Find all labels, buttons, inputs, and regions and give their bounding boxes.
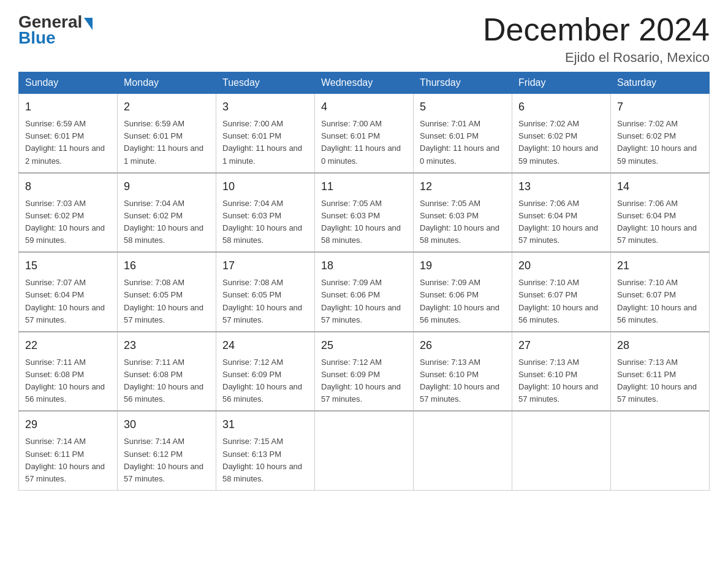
day-number: 11	[321, 178, 407, 195]
day-info: Sunrise: 7:06 AMSunset: 6:04 PMDaylight:…	[518, 199, 598, 245]
calendar-cell: 24 Sunrise: 7:12 AMSunset: 6:09 PMDaylig…	[216, 332, 315, 412]
calendar-cell: 7 Sunrise: 7:02 AMSunset: 6:02 PMDayligh…	[611, 94, 710, 173]
day-number: 6	[518, 99, 604, 115]
day-info: Sunrise: 7:11 AMSunset: 6:08 PMDaylight:…	[124, 358, 203, 404]
week-row-2: 8 Sunrise: 7:03 AMSunset: 6:02 PMDayligh…	[19, 173, 710, 253]
location-title: Ejido el Rosario, Mexico	[483, 50, 710, 66]
day-info: Sunrise: 7:02 AMSunset: 6:02 PMDaylight:…	[518, 119, 598, 165]
logo-blue-word: Blue	[18, 28, 56, 48]
calendar-cell: 18 Sunrise: 7:09 AMSunset: 6:06 PMDaylig…	[315, 252, 414, 332]
calendar-cell: 11 Sunrise: 7:05 AMSunset: 6:03 PMDaylig…	[315, 173, 414, 253]
day-number: 13	[518, 178, 604, 195]
day-number: 16	[124, 258, 210, 274]
day-info: Sunrise: 7:09 AMSunset: 6:06 PMDaylight:…	[321, 278, 401, 324]
col-header-friday: Friday	[512, 72, 611, 94]
calendar-cell: 19 Sunrise: 7:09 AMSunset: 6:06 PMDaylig…	[414, 252, 512, 332]
day-info: Sunrise: 7:05 AMSunset: 6:03 PMDaylight:…	[420, 199, 499, 245]
week-row-1: 1 Sunrise: 6:59 AMSunset: 6:01 PMDayligh…	[19, 94, 710, 173]
logo-container: General Blue	[18, 12, 93, 48]
day-number: 26	[420, 337, 506, 354]
day-info: Sunrise: 6:59 AMSunset: 6:01 PMDaylight:…	[25, 119, 105, 165]
logo-line2: Blue	[18, 28, 56, 48]
day-number: 30	[124, 416, 210, 433]
day-info: Sunrise: 7:03 AMSunset: 6:02 PMDaylight:…	[25, 199, 105, 245]
week-row-5: 29 Sunrise: 7:14 AMSunset: 6:11 PMDaylig…	[19, 411, 710, 490]
calendar-cell: 27 Sunrise: 7:13 AMSunset: 6:10 PMDaylig…	[512, 332, 611, 412]
day-number: 21	[617, 258, 703, 274]
calendar-cell: 26 Sunrise: 7:13 AMSunset: 6:10 PMDaylig…	[414, 332, 512, 412]
day-number: 12	[420, 178, 506, 195]
day-info: Sunrise: 7:09 AMSunset: 6:06 PMDaylight:…	[420, 278, 499, 324]
day-info: Sunrise: 7:12 AMSunset: 6:09 PMDaylight:…	[222, 358, 302, 404]
week-row-4: 22 Sunrise: 7:11 AMSunset: 6:08 PMDaylig…	[19, 332, 710, 412]
day-info: Sunrise: 7:10 AMSunset: 6:07 PMDaylight:…	[617, 278, 697, 324]
day-info: Sunrise: 7:05 AMSunset: 6:03 PMDaylight:…	[321, 199, 401, 245]
week-row-3: 15 Sunrise: 7:07 AMSunset: 6:04 PMDaylig…	[19, 252, 710, 332]
day-number: 9	[124, 178, 210, 195]
calendar-cell: 30 Sunrise: 7:14 AMSunset: 6:12 PMDaylig…	[118, 411, 216, 490]
calendar-cell: 3 Sunrise: 7:00 AMSunset: 6:01 PMDayligh…	[216, 94, 315, 173]
day-number: 10	[222, 178, 308, 195]
calendar-cell: 14 Sunrise: 7:06 AMSunset: 6:04 PMDaylig…	[611, 173, 710, 253]
calendar-cell: 2 Sunrise: 6:59 AMSunset: 6:01 PMDayligh…	[118, 94, 216, 173]
col-header-thursday: Thursday	[414, 72, 512, 94]
calendar-cell: 21 Sunrise: 7:10 AMSunset: 6:07 PMDaylig…	[611, 252, 710, 332]
calendar-cell: 4 Sunrise: 7:00 AMSunset: 6:01 PMDayligh…	[315, 94, 414, 173]
day-number: 23	[124, 337, 210, 354]
day-info: Sunrise: 7:02 AMSunset: 6:02 PMDaylight:…	[617, 119, 697, 165]
day-number: 19	[420, 258, 506, 274]
calendar-cell: 9 Sunrise: 7:04 AMSunset: 6:02 PMDayligh…	[118, 173, 216, 253]
calendar-cell: 6 Sunrise: 7:02 AMSunset: 6:02 PMDayligh…	[512, 94, 611, 173]
calendar-cell: 22 Sunrise: 7:11 AMSunset: 6:08 PMDaylig…	[19, 332, 118, 412]
calendar-cell	[611, 411, 710, 490]
title-block: December 2024 Ejido el Rosario, Mexico	[483, 12, 710, 66]
day-info: Sunrise: 7:07 AMSunset: 6:04 PMDaylight:…	[25, 278, 105, 324]
day-number: 8	[25, 178, 111, 195]
day-info: Sunrise: 7:14 AMSunset: 6:12 PMDaylight:…	[124, 437, 203, 483]
calendar-cell: 1 Sunrise: 6:59 AMSunset: 6:01 PMDayligh…	[19, 94, 118, 173]
calendar-cell: 16 Sunrise: 7:08 AMSunset: 6:05 PMDaylig…	[118, 252, 216, 332]
day-info: Sunrise: 7:08 AMSunset: 6:05 PMDaylight:…	[222, 278, 302, 324]
day-number: 18	[321, 258, 407, 274]
day-info: Sunrise: 7:00 AMSunset: 6:01 PMDaylight:…	[321, 119, 401, 165]
calendar-cell: 12 Sunrise: 7:05 AMSunset: 6:03 PMDaylig…	[414, 173, 512, 253]
calendar-cell: 5 Sunrise: 7:01 AMSunset: 6:01 PMDayligh…	[414, 94, 512, 173]
day-info: Sunrise: 7:08 AMSunset: 6:05 PMDaylight:…	[124, 278, 203, 324]
calendar-cell: 25 Sunrise: 7:12 AMSunset: 6:09 PMDaylig…	[315, 332, 414, 412]
month-title: December 2024	[483, 12, 710, 47]
logo-triangle-icon	[84, 18, 93, 30]
day-number: 27	[518, 337, 604, 354]
day-info: Sunrise: 7:10 AMSunset: 6:07 PMDaylight:…	[518, 278, 598, 324]
day-info: Sunrise: 7:14 AMSunset: 6:11 PMDaylight:…	[25, 437, 105, 483]
day-number: 1	[25, 99, 111, 115]
day-number: 14	[617, 178, 703, 195]
day-info: Sunrise: 7:06 AMSunset: 6:04 PMDaylight:…	[617, 199, 697, 245]
day-info: Sunrise: 7:04 AMSunset: 6:02 PMDaylight:…	[124, 199, 203, 245]
col-header-saturday: Saturday	[611, 72, 710, 94]
day-number: 17	[222, 258, 308, 274]
calendar-cell: 23 Sunrise: 7:11 AMSunset: 6:08 PMDaylig…	[118, 332, 216, 412]
calendar-cell: 31 Sunrise: 7:15 AMSunset: 6:13 PMDaylig…	[216, 411, 315, 490]
day-number: 29	[25, 416, 111, 433]
day-number: 25	[321, 337, 407, 354]
day-info: Sunrise: 7:00 AMSunset: 6:01 PMDaylight:…	[222, 119, 302, 165]
calendar-cell: 28 Sunrise: 7:13 AMSunset: 6:11 PMDaylig…	[611, 332, 710, 412]
col-header-sunday: Sunday	[19, 72, 118, 94]
day-number: 22	[25, 337, 111, 354]
calendar-cell: 10 Sunrise: 7:04 AMSunset: 6:03 PMDaylig…	[216, 173, 315, 253]
day-info: Sunrise: 7:13 AMSunset: 6:10 PMDaylight:…	[420, 358, 499, 404]
calendar-cell: 20 Sunrise: 7:10 AMSunset: 6:07 PMDaylig…	[512, 252, 611, 332]
day-number: 2	[124, 99, 210, 115]
day-number: 28	[617, 337, 703, 354]
calendar-cell	[414, 411, 512, 490]
calendar-header-row: SundayMondayTuesdayWednesdayThursdayFrid…	[19, 72, 710, 94]
calendar-cell: 29 Sunrise: 7:14 AMSunset: 6:11 PMDaylig…	[19, 411, 118, 490]
calendar-cell: 17 Sunrise: 7:08 AMSunset: 6:05 PMDaylig…	[216, 252, 315, 332]
day-info: Sunrise: 7:15 AMSunset: 6:13 PMDaylight:…	[222, 437, 302, 483]
logo: General Blue	[18, 12, 93, 48]
day-number: 15	[25, 258, 111, 274]
col-header-wednesday: Wednesday	[315, 72, 414, 94]
day-number: 20	[518, 258, 604, 274]
day-info: Sunrise: 7:13 AMSunset: 6:11 PMDaylight:…	[617, 358, 697, 404]
page-header: General Blue December 2024 Ejido el Rosa…	[18, 12, 710, 66]
